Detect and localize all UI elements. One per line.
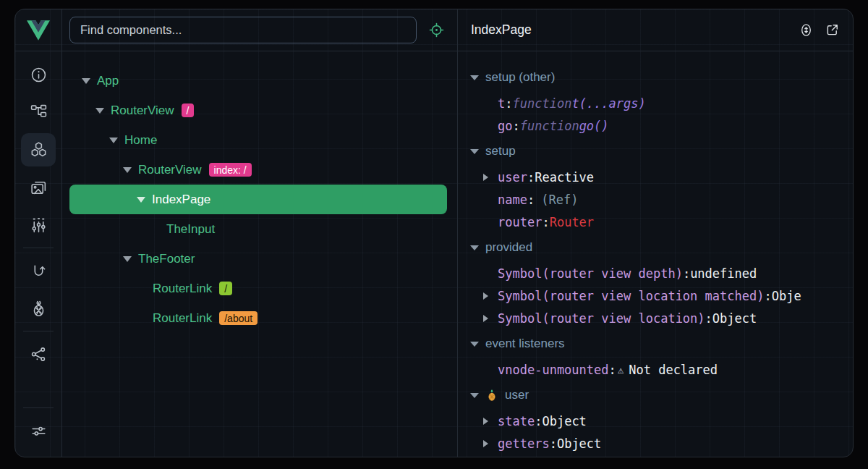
route-badge: / [182, 103, 195, 117]
expand-toggle[interactable] [483, 418, 498, 425]
tree-row[interactable]: RouterViewindex: / [62, 155, 457, 185]
inspector-title: IndexPage [471, 22, 532, 38]
section-title: setup [485, 144, 516, 159]
component-name: RouterLink [153, 282, 212, 296]
tree-row[interactable]: App [62, 66, 457, 96]
inspector-body: setup (other)t : function t(...args)go :… [458, 51, 853, 457]
sidebar-item-timeline[interactable] [21, 206, 56, 244]
sidebar-item-pages[interactable] [21, 93, 56, 131]
scroll-to-component-button[interactable] [799, 22, 814, 38]
tree-row[interactable]: Home [62, 125, 457, 155]
graph-icon [30, 345, 48, 363]
tree-row[interactable]: RouterLink/ [62, 274, 457, 303]
entry-value: Object [712, 311, 757, 326]
inspector-header: IndexPage [458, 9, 853, 51]
section-title: setup (other) [485, 70, 555, 85]
chevron-down-icon [470, 342, 479, 347]
function-keyword: function [513, 96, 572, 111]
search-input[interactable] [69, 17, 417, 43]
entry-value: undefined [690, 266, 757, 281]
inspector-actions [799, 22, 840, 38]
sidebar-divider [23, 407, 54, 408]
chevron-down-icon[interactable] [95, 108, 104, 114]
entry-colon: : [764, 289, 771, 303]
info-icon [30, 66, 48, 84]
section-header[interactable]: user [458, 381, 853, 410]
state-entry: getters : Object [458, 432, 853, 455]
chevron-right-icon [483, 315, 488, 322]
tree-row[interactable]: TheFooter [62, 244, 457, 274]
sidebar-item-assets[interactable] [21, 169, 56, 206]
state-entry: go : function go() [458, 114, 853, 137]
entry-colon: : [542, 215, 549, 229]
target-icon [428, 22, 445, 38]
expand-toggle[interactable] [483, 174, 498, 181]
chevron-down-icon[interactable] [109, 138, 118, 143]
entry-key: Symbol(router view depth) [498, 266, 683, 281]
chevron-right-icon [483, 174, 488, 181]
function-keyword: function [520, 119, 579, 133]
tree-row[interactable]: RouterView/ [62, 96, 457, 125]
route-badge: index: / [209, 163, 252, 177]
sidebar [15, 9, 62, 457]
entry-key: state [498, 414, 535, 428]
state-entry: vnode-unmounted : ⚠Not declared [458, 358, 853, 381]
sidebar-item-pinia[interactable] [21, 290, 56, 327]
entry-colon: : [609, 363, 616, 377]
sidebar-divider [23, 331, 54, 331]
component-name: Home [124, 133, 157, 148]
expand-toggle[interactable] [483, 440, 498, 447]
chevron-down-icon [470, 393, 479, 398]
sidebar-item-router[interactable] [21, 252, 56, 290]
sidebar-item-components[interactable] [21, 133, 56, 166]
expand-toggle[interactable] [483, 292, 498, 300]
entry-value: Not declared [629, 363, 718, 377]
sidebar-item-settings[interactable] [21, 412, 56, 449]
function-signature: go() [579, 119, 609, 133]
inspector-panel: IndexPage setup (other)t : function t(..… [458, 9, 853, 457]
chevron-down-icon[interactable] [82, 78, 90, 84]
open-in-editor-button[interactable] [825, 22, 840, 38]
entry-colon: : [683, 266, 690, 281]
components-icon [30, 141, 48, 159]
function-signature: t(...args) [571, 96, 645, 111]
sidebar-item-graph[interactable] [21, 335, 56, 373]
entry-colon: : [550, 436, 557, 451]
entry-value: Object [542, 414, 586, 428]
entry-key: go [498, 119, 512, 133]
section-title: provided [485, 240, 532, 255]
vue-logo [15, 9, 61, 51]
entry-value: Router [550, 215, 594, 229]
component-name: TheInput [166, 222, 215, 237]
entry-value: Object [557, 436, 601, 451]
sidebar-item-overview[interactable] [21, 56, 56, 93]
tree-row[interactable]: RouterLink/about [62, 303, 457, 333]
state-entry: user : Reactive [458, 166, 853, 188]
route-badge: /about [219, 311, 258, 325]
chevron-down-icon [470, 75, 479, 80]
chevron-right-icon [483, 418, 488, 425]
tree-row[interactable]: TheInput [62, 214, 457, 244]
inspect-component-button[interactable] [421, 16, 451, 45]
component-name: IndexPage [152, 193, 210, 207]
expand-toggle[interactable] [483, 315, 498, 322]
devtools-window: AppRouterView/HomeRouterViewindex: /Inde… [14, 9, 854, 457]
chevron-down-icon[interactable] [123, 167, 132, 173]
component-name: TheFooter [138, 252, 195, 266]
warning-icon: ⚠ [618, 364, 624, 376]
section-header[interactable]: event listeners [458, 329, 853, 358]
chevron-down-icon[interactable] [123, 256, 132, 262]
tree-row-selected[interactable]: IndexPage [69, 185, 447, 214]
section-title: user [505, 388, 529, 402]
chevron-down-icon[interactable] [137, 197, 145, 203]
section-header[interactable]: setup (other) [458, 63, 853, 92]
entry-key: t [498, 96, 505, 111]
component-name: App [97, 74, 119, 88]
section-header[interactable]: setup [458, 137, 853, 166]
settings-icon [30, 422, 48, 440]
entry-value: (Ref) [541, 193, 578, 207]
tree-icon [30, 103, 48, 122]
section-header[interactable]: provided [458, 233, 853, 262]
entry-key: vnode-unmounted [498, 363, 609, 377]
entry-colon: : [527, 193, 535, 207]
